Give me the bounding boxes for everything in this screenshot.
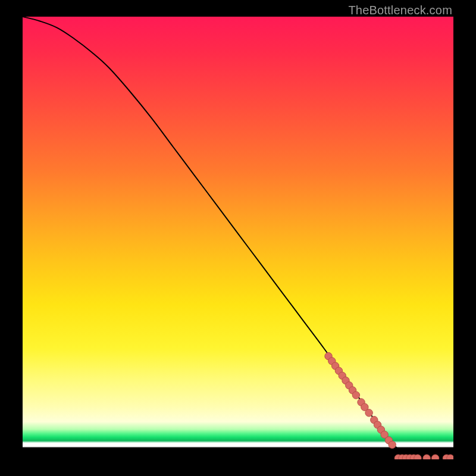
dots-on-curve (325, 352, 396, 448)
watermark-text: TheBottleneck.com (348, 4, 452, 17)
data-dot (365, 409, 372, 416)
data-dot (423, 455, 430, 459)
data-dot (389, 441, 396, 448)
main-curve (23, 17, 453, 458)
curve-layer (23, 17, 453, 459)
chart-stage: TheBottleneck.com (0, 0, 476, 476)
data-dot (414, 455, 421, 459)
dots-flat (394, 455, 453, 459)
plot-area (23, 17, 453, 459)
data-dot (431, 455, 439, 459)
data-dot (352, 392, 359, 399)
